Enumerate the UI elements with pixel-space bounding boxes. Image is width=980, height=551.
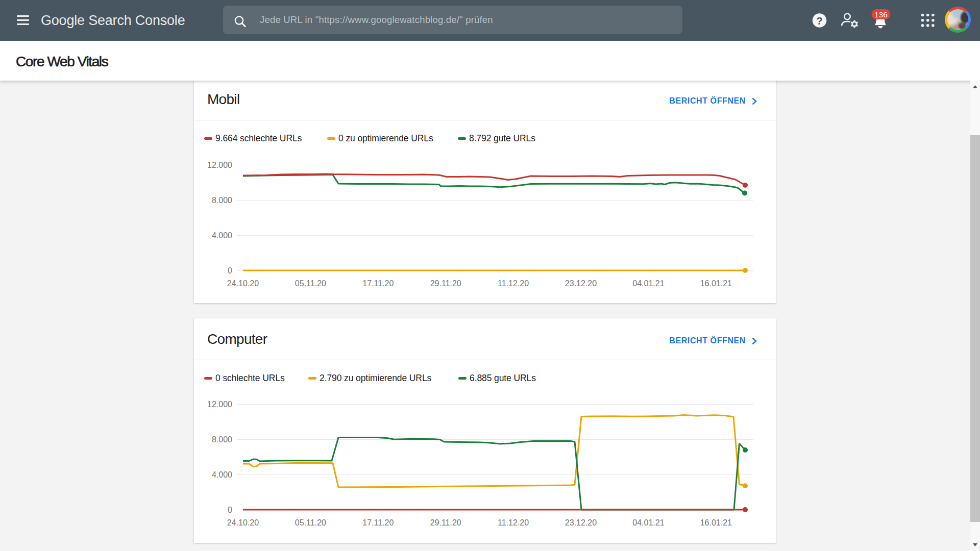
svg-text:0: 0 bbox=[228, 506, 232, 514]
svg-text:05.11.20: 05.11.20 bbox=[295, 279, 326, 288]
svg-text:24.10.20: 24.10.20 bbox=[227, 518, 259, 527]
svg-text:04.01.21: 04.01.21 bbox=[632, 279, 664, 288]
svg-text:16.01.21: 16.01.21 bbox=[700, 279, 732, 288]
svg-text:17.11.20: 17.11.20 bbox=[362, 279, 394, 288]
svg-text:12.000: 12.000 bbox=[207, 161, 232, 169]
svg-text:23.12.20: 23.12.20 bbox=[565, 279, 597, 288]
svg-text:136: 136 bbox=[874, 10, 888, 19]
svg-text:4.000: 4.000 bbox=[212, 231, 232, 240]
svg-text:29.11.20: 29.11.20 bbox=[430, 518, 461, 527]
svg-text:29.11.20: 29.11.20 bbox=[430, 279, 461, 288]
svg-text:?: ? bbox=[816, 15, 823, 27]
svg-text:24.10.20: 24.10.20 bbox=[227, 279, 259, 288]
svg-text:4.000: 4.000 bbox=[212, 470, 232, 479]
svg-text:8.000: 8.000 bbox=[212, 435, 232, 444]
svg-text:11.12.20: 11.12.20 bbox=[498, 279, 529, 288]
svg-text:17.11.20: 17.11.20 bbox=[362, 518, 394, 527]
svg-text:11.12.20: 11.12.20 bbox=[498, 518, 529, 527]
svg-text:23.12.20: 23.12.20 bbox=[565, 518, 597, 527]
svg-text:8.000: 8.000 bbox=[212, 196, 232, 205]
svg-text:12.000: 12.000 bbox=[207, 400, 232, 409]
svg-text:05.11.20: 05.11.20 bbox=[295, 518, 326, 527]
svg-text:0: 0 bbox=[228, 266, 232, 275]
svg-text:04.01.21: 04.01.21 bbox=[632, 518, 664, 527]
svg-text:16.01.21: 16.01.21 bbox=[700, 518, 732, 527]
